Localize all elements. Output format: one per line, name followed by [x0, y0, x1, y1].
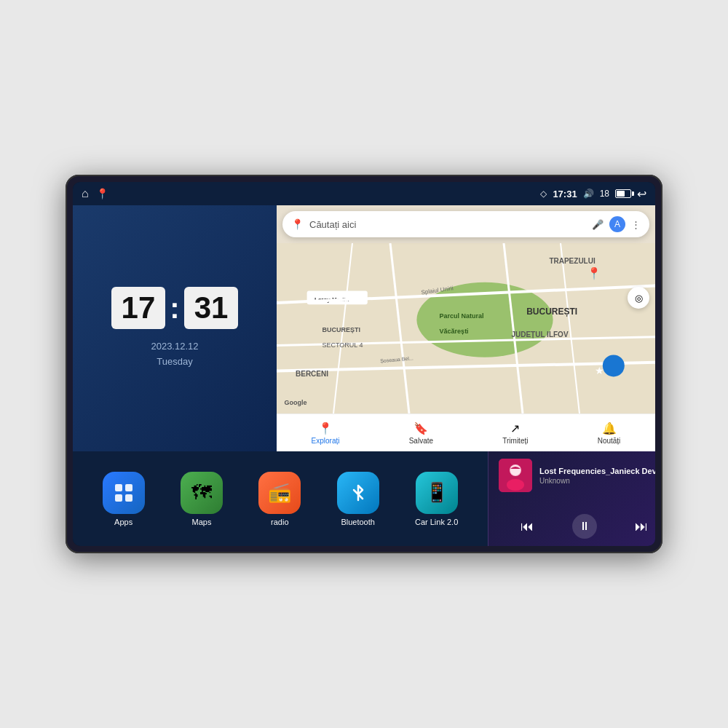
svg-text:JUDEȚUL ILFOV: JUDEȚUL ILFOV: [511, 331, 568, 339]
main-content: 17 : 31 2023.12.12 Tuesday: [73, 205, 655, 546]
app-icon-radio[interactable]: 📻 radio: [258, 472, 301, 526]
clock-date: 2023.12.12 Tuesday: [151, 339, 198, 370]
map-nav-explore[interactable]: 📍 Explorați: [312, 422, 340, 445]
map-locate-button[interactable]: ◎: [628, 287, 649, 309]
svg-text:TRAPEZULUI: TRAPEZULUI: [549, 257, 596, 265]
svg-rect-28: [125, 494, 132, 502]
news-label: Noutăți: [598, 437, 621, 445]
clock-colon: :: [170, 292, 179, 325]
next-button[interactable]: ⏭: [629, 514, 654, 539]
clock-hours: 17: [122, 293, 156, 323]
music-artist: Unknown: [539, 477, 655, 485]
apps-label: Apps: [114, 518, 132, 526]
svg-point-22: [603, 355, 625, 376]
music-thumbnail-img: [499, 459, 532, 492]
map-nav-send[interactable]: ↗ Trimiteți: [502, 422, 528, 445]
account-icon[interactable]: A: [609, 216, 625, 232]
map-bottom-nav: 📍 Explorați 🔖 Salvate ↗ Trimiteți 🔔: [277, 414, 655, 451]
music-info: Lost Frequencies_Janieck Devy-... Unknow…: [499, 459, 655, 492]
music-title: Lost Frequencies_Janieck Devy-...: [539, 467, 655, 475]
car-head-unit: ⌂ 📍 ◇ 17:31 🔊 18 ↩: [66, 175, 662, 553]
clock-day: Tuesday: [151, 355, 198, 370]
map-search-icons: 🎤 A ⋮: [592, 216, 641, 232]
status-time: 17:31: [553, 189, 577, 199]
mic-icon[interactable]: 🎤: [592, 219, 604, 230]
map-background: Parcul Natural Văcărești Leroy Merlin: [277, 243, 655, 414]
map-section: 📍 Căutați aici 🎤 A ⋮: [277, 205, 655, 451]
map-nav-saved[interactable]: 🔖 Salvate: [409, 422, 433, 445]
play-pause-button[interactable]: ⏸: [572, 514, 597, 539]
svg-text:Google: Google: [284, 399, 306, 406]
map-search-text[interactable]: Căutați aici: [309, 219, 592, 230]
music-player: Lost Frequencies_Janieck Devy-... Unknow…: [488, 451, 655, 546]
music-thumbnail: [499, 459, 532, 492]
radio-label: radio: [271, 518, 288, 526]
clock-date-value: 2023.12.12: [151, 339, 198, 355]
map-nav-news[interactable]: 🔔 Noutăți: [598, 422, 621, 445]
music-controls: ⏮ ⏸ ⏭: [499, 514, 655, 539]
send-icon: ↗: [510, 422, 520, 435]
svg-rect-27: [115, 494, 122, 502]
app-icon-maps[interactable]: 🗺 Maps: [181, 472, 223, 526]
svg-text:BERCENI: BERCENI: [296, 370, 328, 378]
map-search-pin-icon: 📍: [291, 218, 304, 230]
apps-icon: [103, 472, 145, 514]
svg-text:BUCUREȘTI: BUCUREȘTI: [322, 326, 360, 333]
news-icon: 🔔: [602, 422, 617, 435]
map-roads-svg: Parcul Natural Văcărești Leroy Merlin: [277, 243, 655, 414]
svg-text:★: ★: [595, 365, 604, 376]
music-text: Lost Frequencies_Janieck Devy-... Unknow…: [539, 467, 655, 485]
svg-text:BUCUREȘTI: BUCUREȘTI: [526, 306, 577, 317]
map-search-bar[interactable]: 📍 Căutați aici 🎤 A ⋮: [282, 211, 649, 237]
device-screen: ⌂ 📍 ◇ 17:31 🔊 18 ↩: [73, 182, 655, 546]
svg-text:📍: 📍: [587, 266, 601, 280]
status-right: ◇ 17:31 🔊 18 ↩: [540, 187, 646, 201]
map-body[interactable]: Parcul Natural Văcărești Leroy Merlin: [277, 243, 655, 414]
back-icon[interactable]: ↩: [637, 187, 646, 201]
carlink-icon: 📱: [416, 472, 458, 514]
battery-level: 18: [600, 189, 609, 199]
app-icon-bluetooth[interactable]: Bluetooth: [337, 472, 379, 526]
svg-text:Parcul Natural: Parcul Natural: [440, 312, 484, 320]
svg-point-31: [507, 479, 524, 491]
bottom-section: Apps 🗺 Maps 📻 radio: [73, 451, 655, 546]
svg-text:Văcărești: Văcărești: [440, 328, 469, 335]
bluetooth-label: Bluetooth: [341, 518, 374, 526]
map-pin-icon[interactable]: 📍: [96, 188, 108, 199]
clock-display: 17 : 31: [111, 287, 239, 329]
saved-icon: 🔖: [414, 422, 428, 435]
status-bar: ⌂ 📍 ◇ 17:31 🔊 18 ↩: [73, 182, 655, 205]
maps-label: Maps: [192, 518, 212, 526]
signal-icon: ◇: [540, 189, 547, 199]
top-section: 17 : 31 2023.12.12 Tuesday: [73, 205, 655, 451]
clock-hours-block: 17: [111, 287, 166, 329]
explore-icon: 📍: [318, 422, 333, 435]
maps-icon: 🗺: [181, 472, 223, 514]
app-icon-apps[interactable]: Apps: [103, 472, 145, 526]
clock-widget: 17 : 31 2023.12.12 Tuesday: [73, 205, 277, 451]
clock-minutes-block: 31: [184, 287, 239, 329]
more-icon[interactable]: ⋮: [631, 219, 641, 230]
app-icons-section: Apps 🗺 Maps 📻 radio: [73, 451, 488, 546]
bluetooth-icon: [337, 472, 379, 514]
volume-icon: 🔊: [583, 189, 594, 199]
carlink-label: Car Link 2.0: [415, 518, 458, 526]
app-icon-carlink[interactable]: 📱 Car Link 2.0: [415, 472, 458, 526]
prev-button[interactable]: ⏮: [515, 514, 539, 539]
saved-label: Salvate: [409, 437, 433, 445]
svg-rect-26: [125, 484, 132, 491]
explore-label: Explorați: [312, 437, 340, 445]
radio-icon: 📻: [258, 472, 301, 514]
map-controls: ◎: [628, 287, 649, 309]
clock-minutes: 31: [194, 293, 229, 323]
send-label: Trimiteți: [502, 437, 528, 445]
svg-rect-25: [115, 484, 122, 491]
battery-icon: [615, 189, 631, 198]
home-icon[interactable]: ⌂: [82, 187, 89, 200]
svg-text:SECTORUL 4: SECTORUL 4: [322, 341, 363, 349]
status-left: ⌂ 📍: [82, 187, 108, 200]
